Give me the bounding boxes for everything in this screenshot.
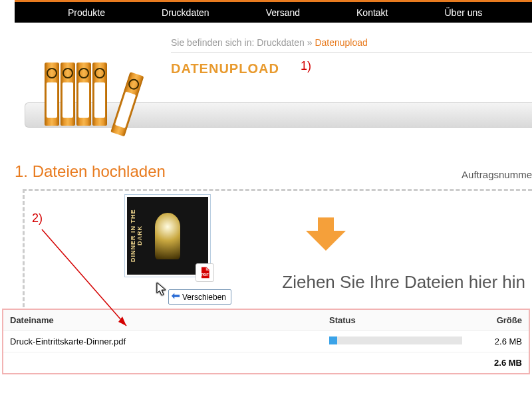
cell-size: 2.6 MB xyxy=(475,336,522,346)
col-header-status: Status xyxy=(329,315,475,325)
binders-illustration xyxy=(45,63,124,126)
nav-item-kontakt[interactable]: Kontakt xyxy=(356,7,388,18)
table-row: Druck-Eintrittskarte-Dinner.pdf 2.6 MB xyxy=(3,331,529,352)
drag-tooltip: Verschieben xyxy=(168,289,231,305)
thumb-caption: DINNER IN THE DARK xyxy=(130,203,139,268)
nav-item-druckdaten[interactable]: Druckdaten xyxy=(162,7,209,18)
nav-item-versand[interactable]: Versand xyxy=(266,7,300,18)
page-banner: Sie befinden sich in: Druckdaten » Daten… xyxy=(15,23,532,149)
dropzone-label: Ziehen Sie Ihre Dateien hier hin xyxy=(282,272,525,293)
order-number-label: Auftragsnumme xyxy=(462,169,532,180)
annotation-2: 2) xyxy=(32,211,43,225)
table-header: Dateiname Status Größe xyxy=(3,310,529,331)
drag-tooltip-label: Verschieben xyxy=(182,293,226,302)
table-footer: 2.6 MB xyxy=(3,352,529,373)
cell-filename: Druck-Eintrittskarte-Dinner.pdf xyxy=(10,336,329,346)
breadcrumb: Sie befinden sich in: Druckdaten » Daten… xyxy=(171,37,532,53)
breadcrumb-link-druckdaten[interactable]: Druckdaten xyxy=(257,37,305,48)
col-header-size: Größe xyxy=(475,315,522,325)
move-arrow-icon xyxy=(171,291,180,303)
cell-status xyxy=(329,336,475,346)
upload-file-table: Dateiname Status Größe Druck-Eintrittska… xyxy=(2,309,530,374)
section-title: 1. Dateien hochladen xyxy=(15,162,532,181)
breadcrumb-prefix: Sie befinden sich in: xyxy=(171,37,254,48)
upload-section: 1. Dateien hochladen Auftragsnumme Ziehe… xyxy=(15,162,532,307)
col-header-name: Dateiname xyxy=(10,315,329,325)
down-arrow-icon xyxy=(306,217,346,251)
dropzone[interactable]: Ziehen Sie Ihre Dateien hier hin DINNER … xyxy=(23,189,532,307)
top-nav: Produkte Druckdaten Versand Kontakt Über… xyxy=(15,0,532,23)
nav-item-produkte[interactable]: Produkte xyxy=(68,7,105,18)
page-title: DATENUPLOAD xyxy=(171,61,279,76)
upload-progress-bar xyxy=(329,336,337,344)
dragged-file-preview[interactable]: DINNER IN THE DARK PDF xyxy=(124,194,211,277)
nav-item-ueberuns[interactable]: Über uns xyxy=(445,7,483,18)
svg-text:PDF: PDF xyxy=(201,273,209,277)
svg-marker-0 xyxy=(306,217,346,251)
upload-progress xyxy=(329,336,462,344)
breadcrumb-current: Datenupload xyxy=(315,37,367,48)
breadcrumb-sep: » xyxy=(307,37,313,48)
pdf-icon: PDF xyxy=(196,263,214,282)
annotation-1: 1) xyxy=(301,59,311,73)
cell-total-size: 2.6 MB xyxy=(10,358,522,368)
